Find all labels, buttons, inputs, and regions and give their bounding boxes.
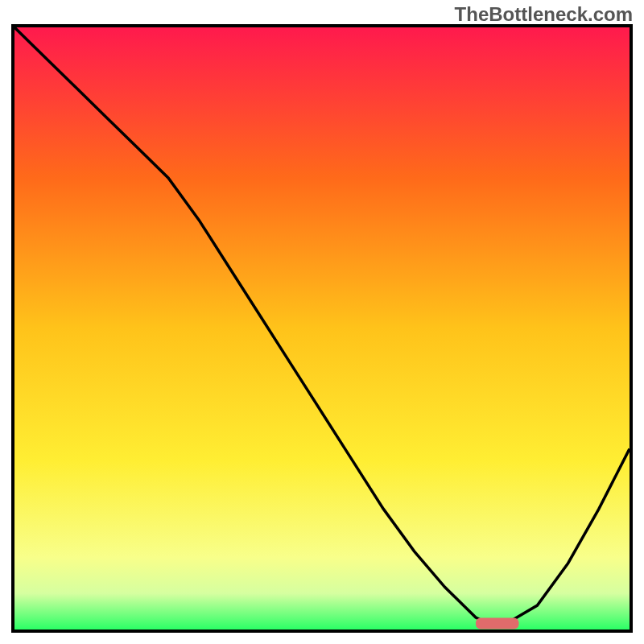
chart-svg	[14, 27, 630, 630]
chart-frame	[11, 24, 633, 633]
chart-container: TheBottleneck.com	[0, 0, 644, 644]
watermark-text: TheBottleneck.com	[455, 3, 633, 26]
optimal-marker	[476, 618, 519, 630]
